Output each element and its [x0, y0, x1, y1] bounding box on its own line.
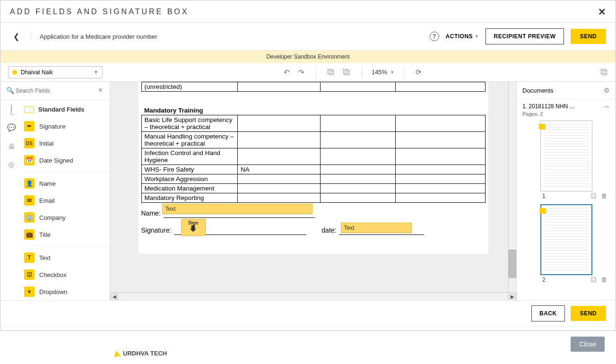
delete-page-icon[interactable]: 🗑	[601, 276, 607, 283]
copy-panel-icon[interactable]: ⿻	[599, 68, 610, 76]
send-button[interactable]: SEND	[571, 29, 606, 44]
placed-text-field[interactable]: Text	[341, 223, 412, 233]
dropdown-icon: ▾	[24, 286, 35, 297]
table-cell: Mandatory Reporting	[141, 193, 238, 202]
close-icon[interactable]: ✕	[598, 6, 606, 17]
horizontal-scrollbar[interactable]: ◀ ▶	[110, 292, 516, 300]
field-checkbox[interactable]: ☑Checkbox	[22, 266, 110, 283]
brand-logo: URDHVA TECH	[113, 350, 167, 357]
building-icon: 🏢	[24, 212, 35, 223]
placed-signature-field[interactable]: Sign 🡇	[181, 219, 206, 236]
send-button-footer[interactable]: SEND	[571, 306, 606, 321]
field-dropdown[interactable]: ▾Dropdown	[22, 283, 110, 300]
page-thumbnail-1[interactable]	[540, 121, 592, 191]
recipient-select[interactable]: Dhaivat Naik ▼	[8, 66, 103, 78]
field-title[interactable]: 💼Title	[22, 226, 110, 243]
person-icon: 👤	[24, 178, 35, 189]
text-icon: T	[24, 252, 35, 263]
vertical-scrollbar[interactable]	[508, 82, 516, 292]
calendar-icon: 📅	[24, 155, 35, 165]
field-initial[interactable]: DSInitial	[22, 135, 110, 152]
page-number: 1	[542, 193, 546, 199]
checkbox-icon: ☑	[24, 269, 35, 280]
email-icon: ✉	[24, 195, 35, 206]
caret-down-icon: ▼	[390, 70, 394, 75]
pages-count: Pages: 2	[522, 111, 610, 117]
table-cell: Workplace Aggression	[141, 174, 238, 183]
close-modal-button[interactable]: Close	[571, 337, 605, 352]
table-cell: Manual Handling competency – theoretical…	[141, 131, 238, 148]
sidebar-tab-standard-icon[interactable]	[11, 105, 12, 113]
page-thumbnail-2[interactable]	[540, 204, 592, 275]
table-cell: WHS- Fire Safety	[141, 165, 238, 174]
back-button[interactable]: BACK	[531, 305, 565, 321]
document-canvas[interactable]: (unrestricted) Mandatory Training Basic …	[110, 82, 516, 300]
name-label: Name:	[141, 209, 161, 218]
actions-dropdown[interactable]: ACTIONS ▼	[446, 33, 479, 40]
table-cell: Infection Control and Hand Hygiene	[141, 148, 238, 165]
field-date-signed[interactable]: 📅Date Signed	[22, 152, 110, 169]
zoom-dropdown[interactable]: 145% ▼	[372, 69, 394, 76]
briefcase-icon: 💼	[24, 229, 35, 240]
caret-down-icon: ▼	[94, 69, 98, 75]
page-number: 2	[542, 277, 546, 283]
table-cell: (unrestricted)	[141, 82, 238, 92]
clear-search-icon[interactable]: ✕	[98, 87, 103, 94]
search-icon: 🔍	[6, 87, 14, 94]
paste-icon[interactable]: ⿻	[341, 68, 352, 76]
recipient-preview-button[interactable]: RECIPIENT PREVIEW	[486, 28, 564, 44]
redo-icon[interactable]: ↷	[296, 68, 306, 77]
help-icon[interactable]: ?	[430, 32, 439, 41]
document-title: Application for a Medicare provider numb…	[40, 33, 157, 40]
sandbox-banner: Developer Sandbox Environment	[0, 51, 616, 63]
sidebar-tab-seal-icon[interactable]: 🏵	[8, 161, 15, 169]
table-cell: Medication Management	[141, 183, 238, 193]
field-signature[interactable]: ✒Signature	[22, 118, 110, 135]
brand-triangle-icon	[113, 350, 121, 356]
placed-text-field[interactable]: Text	[162, 204, 312, 214]
copy-icon[interactable]: ⿻	[326, 68, 337, 76]
gear-icon[interactable]: ⚙	[604, 87, 610, 94]
back-chevron-icon[interactable]: ❮	[10, 30, 22, 43]
undo-icon[interactable]: ↶	[282, 68, 292, 77]
field-company[interactable]: 🏢Company	[22, 209, 110, 226]
signature-icon: ✒	[24, 121, 35, 131]
recipient-color-dot	[12, 70, 17, 75]
divider	[31, 31, 31, 42]
arrow-down-icon: 🡇	[188, 225, 199, 233]
chevron-up-icon: ︿	[604, 102, 610, 110]
search-fields-input[interactable]	[4, 85, 106, 97]
document-item[interactable]: 1. 20181128 NHN … ︿	[522, 102, 610, 110]
scroll-right-icon[interactable]: ▶	[508, 293, 516, 301]
table-cell: Basic Life Support competency – theoreti…	[141, 115, 238, 131]
section-header: Mandatory Training	[141, 106, 485, 115]
sidebar-tab-custom-icon[interactable]: 💬	[7, 123, 16, 132]
initial-icon: DS	[24, 138, 35, 148]
standard-fields-header: Standard Fields	[22, 103, 110, 118]
sidebar-tab-merge-icon[interactable]: 🖶	[8, 142, 15, 150]
date-label: date:	[321, 226, 336, 235]
field-text[interactable]: TText	[22, 249, 110, 266]
duplicate-page-icon[interactable]: ⿻	[591, 192, 597, 199]
delete-page-icon[interactable]: 🗑	[601, 192, 607, 199]
recipient-name: Dhaivat Naik	[21, 69, 53, 76]
folder-icon	[24, 106, 34, 113]
field-email[interactable]: ✉Email	[22, 192, 110, 209]
caret-down-icon: ▼	[475, 34, 479, 39]
signature-label: Signature:	[141, 226, 172, 235]
scroll-left-icon[interactable]: ◀	[110, 293, 118, 301]
duplicate-page-icon[interactable]: ⿻	[591, 276, 597, 283]
field-name[interactable]: 👤Name	[22, 175, 110, 192]
modal-title: ADD FIELDS AND SIGNATURE BOX	[10, 8, 189, 16]
rotate-icon[interactable]: ⟳	[414, 68, 424, 77]
documents-panel-title: Documents	[522, 87, 554, 94]
